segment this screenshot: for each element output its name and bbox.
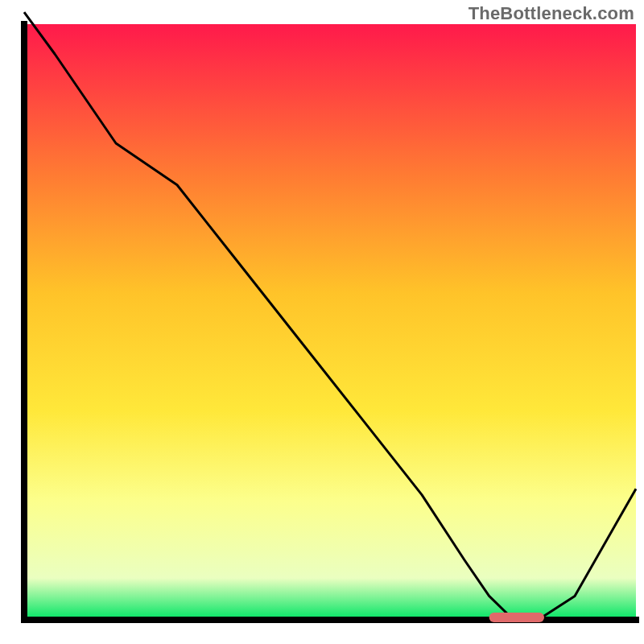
- gradient-background: [24, 24, 636, 620]
- optimal-range-marker: [489, 613, 544, 622]
- chart-container: TheBottleneck.com: [0, 0, 644, 644]
- bottleneck-curve-chart: [0, 0, 644, 644]
- watermark-text: TheBottleneck.com: [469, 3, 634, 24]
